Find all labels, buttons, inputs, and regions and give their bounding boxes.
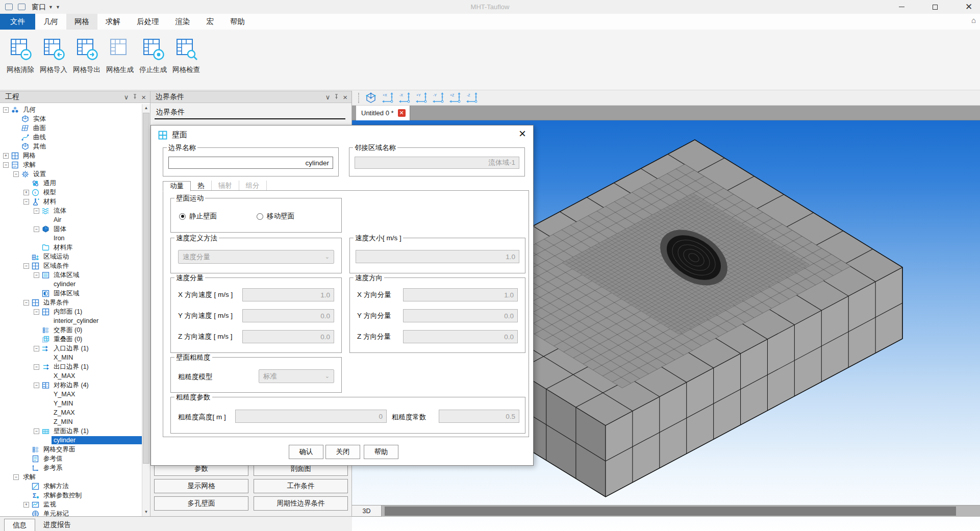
view-minus-Y-icon[interactable]: -Y xyxy=(432,92,447,104)
document-tab[interactable]: Untitled 0 * ✕ xyxy=(356,106,410,120)
toolbar-options-icon[interactable]: ▼ xyxy=(56,5,60,10)
view-minus-Z-icon[interactable]: -Z xyxy=(465,92,481,104)
bc-button-5[interactable]: 周期性边界条件 xyxy=(254,496,348,511)
tree-item-固体[interactable]: −固体 xyxy=(0,224,142,234)
tree-item-X_MAX[interactable]: X_MAX xyxy=(0,371,142,381)
boundary-name-input[interactable]: cylinder xyxy=(168,157,333,169)
tree-item-求解[interactable]: −x=求解 xyxy=(0,160,142,169)
toolbar-drag-handle[interactable] xyxy=(358,93,360,103)
tree-item-Iron[interactable]: Iron xyxy=(0,234,142,243)
dialog-tab-0[interactable]: 动量 xyxy=(163,181,191,191)
tab-progress-report[interactable]: 进度报告 xyxy=(35,519,79,531)
view-plusminus-Z-icon[interactable]: +Z xyxy=(448,92,464,104)
tree-item-X_MIN[interactable]: X_MIN xyxy=(0,353,142,362)
ribbon-button-4[interactable]: 停止生成 xyxy=(137,37,169,74)
tree-item-Y_MAX[interactable]: Y_MAX xyxy=(0,390,142,399)
maximize-button[interactable] xyxy=(924,0,946,14)
panel-pin-icon[interactable] xyxy=(132,94,138,100)
tree-item-边界条件[interactable]: −边界条件 xyxy=(0,298,142,307)
tree-item-cylinder[interactable]: cylinder xyxy=(0,280,142,289)
menu-item-5[interactable]: 渲染 xyxy=(167,14,198,30)
menu-item-2[interactable]: 网格 xyxy=(66,14,97,30)
tree-item-Y_MIN[interactable]: Y_MIN xyxy=(0,399,142,408)
tree-item-Air[interactable]: Air xyxy=(0,215,142,224)
tree-item-模型[interactable]: +τ模型 xyxy=(0,188,142,197)
tree-item-区域运动[interactable]: 区域运动 xyxy=(0,252,142,261)
radio-moving-wall[interactable]: 移动壁面 xyxy=(257,212,294,221)
tree-item-其他[interactable]: 其他 xyxy=(0,142,142,151)
tree-item-网格[interactable]: +网格 xyxy=(0,151,142,160)
bc-button-3[interactable]: 工作条件 xyxy=(254,479,348,493)
bc-button-4[interactable]: 多孔壁面 xyxy=(154,496,248,511)
chevron-down-icon[interactable]: ▼ xyxy=(48,5,53,10)
scroll-down-icon[interactable]: ▼ xyxy=(142,508,150,516)
dialog-tab-1[interactable]: 热 xyxy=(191,181,212,191)
tree-item-流体[interactable]: −流体 xyxy=(0,206,142,215)
panel-collapse-icon[interactable]: ∨ xyxy=(124,94,129,100)
panel-pin-icon[interactable] xyxy=(334,94,339,100)
collapse-icon[interactable]: − xyxy=(3,107,9,113)
tree-item-曲线[interactable]: 曲线 xyxy=(0,133,142,142)
confirm-button[interactable]: 确认 xyxy=(289,445,323,459)
tree-item-interior_cylinder[interactable]: interior_cylinder xyxy=(0,316,142,325)
help-button[interactable]: 帮助 xyxy=(364,445,398,459)
scrollbar-thumb[interactable] xyxy=(143,113,149,464)
panel-close-icon[interactable]: × xyxy=(343,93,347,101)
tree-item-几何[interactable]: −几何 xyxy=(0,105,142,114)
panel-close-icon[interactable]: × xyxy=(141,93,146,101)
dialog-close-icon[interactable]: × xyxy=(519,127,526,141)
collapse-icon[interactable]: − xyxy=(13,474,19,480)
close-button[interactable]: ✕ xyxy=(958,0,980,14)
menu-item-6[interactable]: 宏 xyxy=(198,14,222,30)
ribbon-button-1[interactable]: 网格导入 xyxy=(37,37,70,74)
collapse-icon[interactable]: − xyxy=(34,364,39,370)
viewport-scrollbar[interactable] xyxy=(382,505,980,517)
collapse-icon[interactable]: − xyxy=(23,263,29,269)
view-plusminus-Y-icon[interactable]: +Y xyxy=(415,92,430,104)
view-plusminus-X-icon[interactable]: +X xyxy=(381,92,396,104)
view-minus-X-icon[interactable]: -X xyxy=(398,92,413,104)
tree-item-设置[interactable]: −设置 xyxy=(0,169,142,179)
tree-item-交界面[interactable]: 交界面 (0) xyxy=(0,325,142,335)
collapse-icon[interactable]: − xyxy=(34,309,39,315)
tree-item-单元标记[interactable]: 单元标记 xyxy=(0,509,142,516)
tree-item-实体[interactable]: 实体 xyxy=(0,114,142,123)
ribbon-button-0[interactable]: 网格清除 xyxy=(4,37,37,74)
menu-item-4[interactable]: 后处理 xyxy=(129,14,167,30)
collapse-icon[interactable]: − xyxy=(34,226,39,232)
collapse-icon[interactable]: − xyxy=(34,428,39,434)
tree-item-对称边界[interactable]: −对称边界 (4) xyxy=(0,381,142,390)
tree-item-材料[interactable]: −材料 xyxy=(0,197,142,206)
tree-scrollbar[interactable]: ▲ ▼ xyxy=(142,104,150,516)
menu-item-0[interactable]: 文件 xyxy=(0,14,35,30)
tree-item-入口边界[interactable]: −入口边界 (1) xyxy=(0,344,142,353)
radio-stationary-wall[interactable]: 静止壁面 xyxy=(179,212,257,221)
collapse-icon[interactable]: − xyxy=(34,272,39,278)
expand-icon[interactable]: + xyxy=(23,190,29,195)
tree-item-通用[interactable]: 通用 xyxy=(0,179,142,188)
tree-item-材料库[interactable]: 材料库 xyxy=(0,243,142,252)
collapse-icon[interactable]: − xyxy=(3,162,9,168)
bc-button-2[interactable]: 显示网格 xyxy=(154,479,248,493)
close-dialog-button[interactable]: 关闭 xyxy=(325,445,360,459)
view-3d-tab[interactable]: 3D xyxy=(352,505,382,517)
tree-item-参考系[interactable]: 参考系 xyxy=(0,463,142,472)
tree-item-内部面[interactable]: −内部面 (1) xyxy=(0,307,142,316)
tree-item-参考值[interactable]: 参考值 xyxy=(0,454,142,463)
ribbon-button-5[interactable]: 网格检查 xyxy=(170,37,203,74)
tree-item-Z_MAX[interactable]: Z_MAX xyxy=(0,408,142,417)
tree-item-求解方法[interactable]: 求解方法 xyxy=(0,482,142,491)
tree-item-求解参数控制[interactable]: Σ求解参数控制 xyxy=(0,491,142,500)
menu-item-3[interactable]: 求解 xyxy=(97,14,129,30)
collapse-icon[interactable]: − xyxy=(23,300,29,306)
menu-item-1[interactable]: 几何 xyxy=(35,14,66,30)
tree-item-cylinder-selected[interactable]: cylinder xyxy=(0,436,142,445)
tab-info[interactable]: 信息 xyxy=(4,519,35,531)
tree-item-固体区域[interactable]: 固体区域 xyxy=(0,289,142,298)
collapse-icon[interactable]: − xyxy=(34,346,39,351)
expand-icon[interactable]: + xyxy=(23,502,29,508)
window-menu[interactable]: 窗口 xyxy=(32,3,46,12)
tree-item-出口边界[interactable]: −出口边界 (1) xyxy=(0,362,142,371)
tree-item-网格交界面[interactable]: 网格交界面 xyxy=(0,445,142,454)
collapse-icon[interactable]: − xyxy=(34,208,39,214)
